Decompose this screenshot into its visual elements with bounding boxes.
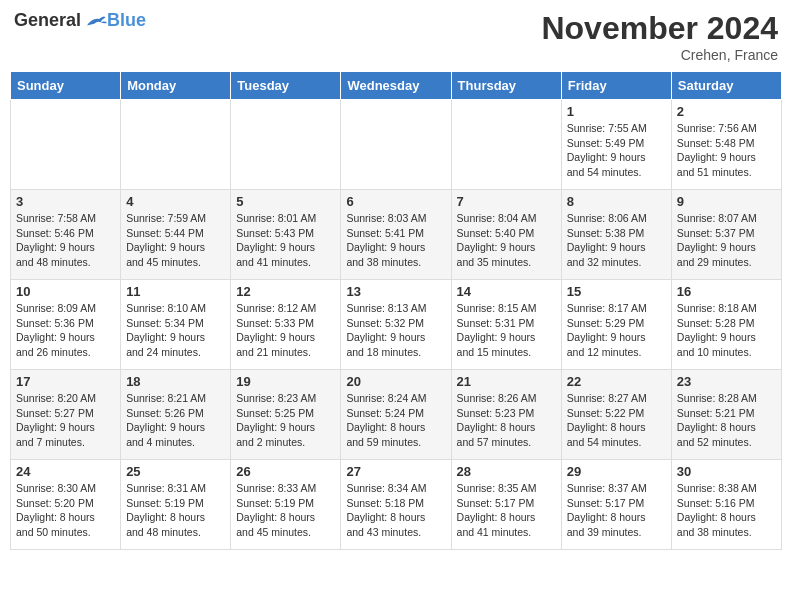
calendar-cell: 26Sunrise: 8:33 AMSunset: 5:19 PMDayligh…: [231, 460, 341, 550]
day-number: 22: [567, 374, 666, 389]
day-info: Sunrise: 7:56 AMSunset: 5:48 PMDaylight:…: [677, 121, 776, 180]
day-info: Sunrise: 8:31 AMSunset: 5:19 PMDaylight:…: [126, 481, 225, 540]
calendar-cell: 12Sunrise: 8:12 AMSunset: 5:33 PMDayligh…: [231, 280, 341, 370]
day-number: 21: [457, 374, 556, 389]
day-info: Sunrise: 8:04 AMSunset: 5:40 PMDaylight:…: [457, 211, 556, 270]
calendar-week-row: 24Sunrise: 8:30 AMSunset: 5:20 PMDayligh…: [11, 460, 782, 550]
day-number: 8: [567, 194, 666, 209]
day-number: 18: [126, 374, 225, 389]
day-info: Sunrise: 8:38 AMSunset: 5:16 PMDaylight:…: [677, 481, 776, 540]
calendar-cell: 6Sunrise: 8:03 AMSunset: 5:41 PMDaylight…: [341, 190, 451, 280]
day-number: 20: [346, 374, 445, 389]
calendar-cell: 7Sunrise: 8:04 AMSunset: 5:40 PMDaylight…: [451, 190, 561, 280]
day-number: 11: [126, 284, 225, 299]
day-number: 9: [677, 194, 776, 209]
day-number: 15: [567, 284, 666, 299]
day-number: 26: [236, 464, 335, 479]
calendar-cell: [121, 100, 231, 190]
day-info: Sunrise: 8:30 AMSunset: 5:20 PMDaylight:…: [16, 481, 115, 540]
calendar-cell: 25Sunrise: 8:31 AMSunset: 5:19 PMDayligh…: [121, 460, 231, 550]
calendar-cell: 4Sunrise: 7:59 AMSunset: 5:44 PMDaylight…: [121, 190, 231, 280]
day-number: 24: [16, 464, 115, 479]
month-title: November 2024: [541, 10, 778, 47]
calendar-cell: 27Sunrise: 8:34 AMSunset: 5:18 PMDayligh…: [341, 460, 451, 550]
calendar-cell: 3Sunrise: 7:58 AMSunset: 5:46 PMDaylight…: [11, 190, 121, 280]
calendar-week-row: 10Sunrise: 8:09 AMSunset: 5:36 PMDayligh…: [11, 280, 782, 370]
day-info: Sunrise: 8:12 AMSunset: 5:33 PMDaylight:…: [236, 301, 335, 360]
logo-general-text: General: [14, 10, 81, 31]
logo-bird-icon: [83, 11, 107, 31]
day-info: Sunrise: 8:26 AMSunset: 5:23 PMDaylight:…: [457, 391, 556, 450]
page-header: General Blue November 2024 Crehen, Franc…: [10, 10, 782, 63]
calendar-cell: [231, 100, 341, 190]
calendar-cell: 8Sunrise: 8:06 AMSunset: 5:38 PMDaylight…: [561, 190, 671, 280]
calendar-cell: 16Sunrise: 8:18 AMSunset: 5:28 PMDayligh…: [671, 280, 781, 370]
title-area: November 2024 Crehen, France: [541, 10, 778, 63]
logo: General Blue: [14, 10, 146, 31]
weekday-header-tuesday: Tuesday: [231, 72, 341, 100]
day-number: 12: [236, 284, 335, 299]
calendar-cell: 29Sunrise: 8:37 AMSunset: 5:17 PMDayligh…: [561, 460, 671, 550]
calendar-cell: 21Sunrise: 8:26 AMSunset: 5:23 PMDayligh…: [451, 370, 561, 460]
calendar-cell: 17Sunrise: 8:20 AMSunset: 5:27 PMDayligh…: [11, 370, 121, 460]
day-info: Sunrise: 8:10 AMSunset: 5:34 PMDaylight:…: [126, 301, 225, 360]
day-number: 3: [16, 194, 115, 209]
calendar-cell: 28Sunrise: 8:35 AMSunset: 5:17 PMDayligh…: [451, 460, 561, 550]
day-number: 17: [16, 374, 115, 389]
day-number: 25: [126, 464, 225, 479]
logo-blue-text: Blue: [107, 10, 146, 31]
day-number: 28: [457, 464, 556, 479]
day-info: Sunrise: 8:23 AMSunset: 5:25 PMDaylight:…: [236, 391, 335, 450]
day-info: Sunrise: 8:33 AMSunset: 5:19 PMDaylight:…: [236, 481, 335, 540]
day-info: Sunrise: 8:18 AMSunset: 5:28 PMDaylight:…: [677, 301, 776, 360]
day-info: Sunrise: 8:03 AMSunset: 5:41 PMDaylight:…: [346, 211, 445, 270]
day-info: Sunrise: 8:15 AMSunset: 5:31 PMDaylight:…: [457, 301, 556, 360]
calendar-cell: 15Sunrise: 8:17 AMSunset: 5:29 PMDayligh…: [561, 280, 671, 370]
calendar-table: SundayMondayTuesdayWednesdayThursdayFrid…: [10, 71, 782, 550]
calendar-cell: 10Sunrise: 8:09 AMSunset: 5:36 PMDayligh…: [11, 280, 121, 370]
calendar-cell: 22Sunrise: 8:27 AMSunset: 5:22 PMDayligh…: [561, 370, 671, 460]
day-info: Sunrise: 8:06 AMSunset: 5:38 PMDaylight:…: [567, 211, 666, 270]
weekday-header-friday: Friday: [561, 72, 671, 100]
day-number: 4: [126, 194, 225, 209]
calendar-cell: 13Sunrise: 8:13 AMSunset: 5:32 PMDayligh…: [341, 280, 451, 370]
calendar-cell: 11Sunrise: 8:10 AMSunset: 5:34 PMDayligh…: [121, 280, 231, 370]
day-number: 13: [346, 284, 445, 299]
calendar-week-row: 1Sunrise: 7:55 AMSunset: 5:49 PMDaylight…: [11, 100, 782, 190]
day-number: 6: [346, 194, 445, 209]
day-info: Sunrise: 8:24 AMSunset: 5:24 PMDaylight:…: [346, 391, 445, 450]
weekday-header-row: SundayMondayTuesdayWednesdayThursdayFrid…: [11, 72, 782, 100]
day-number: 19: [236, 374, 335, 389]
calendar-cell: 30Sunrise: 8:38 AMSunset: 5:16 PMDayligh…: [671, 460, 781, 550]
day-info: Sunrise: 8:28 AMSunset: 5:21 PMDaylight:…: [677, 391, 776, 450]
day-number: 29: [567, 464, 666, 479]
day-number: 2: [677, 104, 776, 119]
weekday-header-sunday: Sunday: [11, 72, 121, 100]
calendar-cell: 5Sunrise: 8:01 AMSunset: 5:43 PMDaylight…: [231, 190, 341, 280]
calendar-week-row: 17Sunrise: 8:20 AMSunset: 5:27 PMDayligh…: [11, 370, 782, 460]
calendar-cell: 18Sunrise: 8:21 AMSunset: 5:26 PMDayligh…: [121, 370, 231, 460]
calendar-cell: 24Sunrise: 8:30 AMSunset: 5:20 PMDayligh…: [11, 460, 121, 550]
day-info: Sunrise: 8:21 AMSunset: 5:26 PMDaylight:…: [126, 391, 225, 450]
day-number: 1: [567, 104, 666, 119]
day-info: Sunrise: 7:59 AMSunset: 5:44 PMDaylight:…: [126, 211, 225, 270]
calendar-cell: 14Sunrise: 8:15 AMSunset: 5:31 PMDayligh…: [451, 280, 561, 370]
calendar-cell: 19Sunrise: 8:23 AMSunset: 5:25 PMDayligh…: [231, 370, 341, 460]
location-label: Crehen, France: [541, 47, 778, 63]
calendar-cell: 2Sunrise: 7:56 AMSunset: 5:48 PMDaylight…: [671, 100, 781, 190]
day-info: Sunrise: 8:27 AMSunset: 5:22 PMDaylight:…: [567, 391, 666, 450]
calendar-cell: [341, 100, 451, 190]
calendar-cell: [451, 100, 561, 190]
weekday-header-saturday: Saturday: [671, 72, 781, 100]
day-number: 5: [236, 194, 335, 209]
weekday-header-thursday: Thursday: [451, 72, 561, 100]
day-info: Sunrise: 8:34 AMSunset: 5:18 PMDaylight:…: [346, 481, 445, 540]
calendar-cell: 9Sunrise: 8:07 AMSunset: 5:37 PMDaylight…: [671, 190, 781, 280]
day-number: 16: [677, 284, 776, 299]
day-number: 27: [346, 464, 445, 479]
calendar-cell: [11, 100, 121, 190]
day-number: 10: [16, 284, 115, 299]
day-info: Sunrise: 7:58 AMSunset: 5:46 PMDaylight:…: [16, 211, 115, 270]
day-info: Sunrise: 8:35 AMSunset: 5:17 PMDaylight:…: [457, 481, 556, 540]
day-number: 14: [457, 284, 556, 299]
